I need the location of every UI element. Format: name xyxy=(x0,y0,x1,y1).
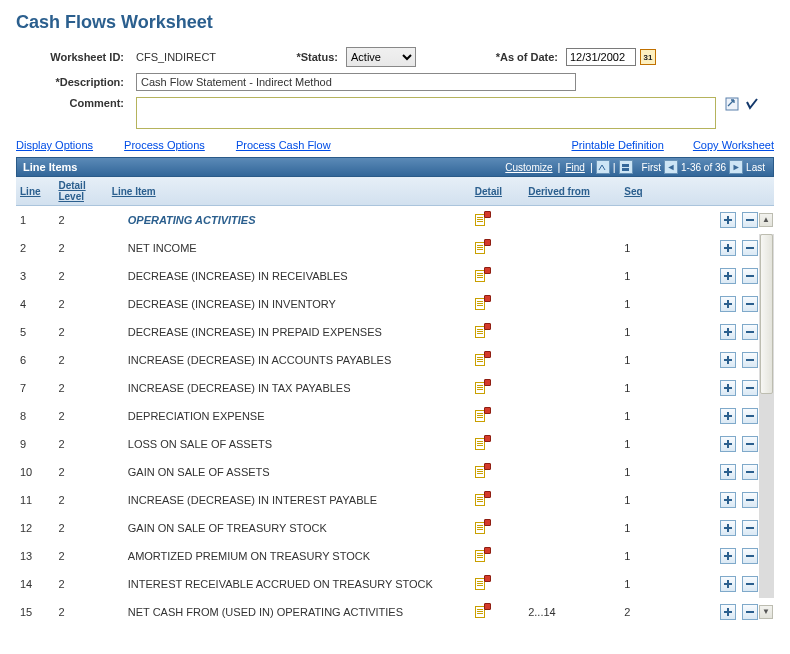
delete-row-button[interactable] xyxy=(742,520,758,536)
description-input[interactable] xyxy=(136,73,576,91)
delete-row-button[interactable] xyxy=(742,324,758,340)
add-row-button[interactable] xyxy=(720,464,736,480)
add-row-button[interactable] xyxy=(720,380,736,396)
delete-row-button[interactable] xyxy=(742,212,758,228)
grid-customize-link[interactable]: Customize xyxy=(505,162,552,173)
cell-line-item: DECREASE (INCREASE) IN RECEIVABLES xyxy=(108,262,471,290)
add-row-button[interactable] xyxy=(720,436,736,452)
cell-line: 7 xyxy=(16,374,54,402)
status-select[interactable]: Active xyxy=(346,47,416,67)
cell-seq: 1 xyxy=(620,402,716,430)
add-row-button[interactable] xyxy=(720,240,736,256)
detail-lookup-icon[interactable] xyxy=(475,548,489,562)
detail-lookup-icon[interactable] xyxy=(475,492,489,506)
cell-detail-level: 2 xyxy=(54,206,107,234)
add-row-button[interactable] xyxy=(720,520,736,536)
add-row-button[interactable] xyxy=(720,352,736,368)
detail-lookup-icon[interactable] xyxy=(475,380,489,394)
delete-row-button[interactable] xyxy=(742,548,758,564)
comment-input[interactable] xyxy=(136,97,716,129)
detail-lookup-icon[interactable] xyxy=(475,352,489,366)
col-header-line[interactable]: Line xyxy=(16,177,54,206)
scroll-down-button[interactable]: ▼ xyxy=(759,605,773,619)
detail-lookup-icon[interactable] xyxy=(475,240,489,254)
add-row-button[interactable] xyxy=(720,576,736,592)
grid-download-icon[interactable] xyxy=(619,160,633,174)
delete-row-button[interactable] xyxy=(742,240,758,256)
add-row-button[interactable] xyxy=(720,324,736,340)
cell-detail xyxy=(471,290,524,318)
display-options-link[interactable]: Display Options xyxy=(16,139,93,151)
cell-detail xyxy=(471,486,524,514)
delete-row-button[interactable] xyxy=(742,464,758,480)
process-cash-flow-link[interactable]: Process Cash Flow xyxy=(236,139,331,151)
cell-seq: 1 xyxy=(620,486,716,514)
add-row-button[interactable] xyxy=(720,548,736,564)
add-row-button[interactable] xyxy=(720,408,736,424)
detail-lookup-icon[interactable] xyxy=(475,408,489,422)
col-header-derived[interactable]: Derived from xyxy=(524,177,620,206)
cell-line-item: DECREASE (INCREASE) IN INVENTORY xyxy=(108,290,471,318)
delete-row-button[interactable] xyxy=(742,604,758,620)
col-header-seq[interactable]: Seq xyxy=(620,177,716,206)
comment-label: Comment: xyxy=(16,97,136,109)
delete-row-button[interactable] xyxy=(742,296,758,312)
cell-line-item: NET CASH FROM (USED IN) OPERATING ACTIVI… xyxy=(108,598,471,626)
grid-view-all-icon[interactable] xyxy=(596,160,610,174)
delete-row-button[interactable] xyxy=(742,380,758,396)
detail-lookup-icon[interactable] xyxy=(475,296,489,310)
table-row: 92LOSS ON SALE OF ASSETS1 xyxy=(16,430,774,458)
grid-find-link[interactable]: Find xyxy=(565,162,584,173)
detail-lookup-icon[interactable] xyxy=(475,268,489,282)
status-label: *Status: xyxy=(286,51,346,63)
detail-lookup-icon[interactable] xyxy=(475,324,489,338)
grid-nav-prev-icon[interactable]: ◄ xyxy=(664,160,678,174)
cell-line: 2 xyxy=(16,234,54,262)
grid-nav-last[interactable]: Last xyxy=(746,162,765,173)
detail-lookup-icon[interactable] xyxy=(475,464,489,478)
cell-seq: 1 xyxy=(620,290,716,318)
grid-nav-next-icon[interactable]: ► xyxy=(729,160,743,174)
delete-row-button[interactable] xyxy=(742,436,758,452)
delete-row-button[interactable] xyxy=(742,268,758,284)
add-row-button[interactable] xyxy=(720,268,736,284)
col-header-line-item[interactable]: Line Item xyxy=(108,177,471,206)
col-header-detail[interactable]: Detail xyxy=(471,177,524,206)
cell-line: 11 xyxy=(16,486,54,514)
cell-detail-level: 2 xyxy=(54,402,107,430)
delete-row-button[interactable] xyxy=(742,576,758,592)
cell-line-item: AMORTIZED PREMIUM ON TREASURY STOCK xyxy=(108,542,471,570)
cell-detail-level: 2 xyxy=(54,318,107,346)
cell-line-item: DEPRECIATION EXPENSE xyxy=(108,402,471,430)
copy-worksheet-link[interactable]: Copy Worksheet xyxy=(693,139,774,151)
spellcheck-icon[interactable] xyxy=(745,101,759,113)
delete-row-button[interactable] xyxy=(742,408,758,424)
grid-range: 1-36 of 36 xyxy=(681,162,726,173)
add-row-button[interactable] xyxy=(720,212,736,228)
detail-lookup-icon[interactable] xyxy=(475,520,489,534)
scroll-thumb[interactable] xyxy=(760,234,773,394)
scroll-track[interactable] xyxy=(759,234,774,598)
detail-lookup-icon[interactable] xyxy=(475,212,489,226)
grid-nav-first[interactable]: First xyxy=(642,162,661,173)
detail-lookup-icon[interactable] xyxy=(475,576,489,590)
col-header-detail-level[interactable]: Detail Level xyxy=(54,177,107,206)
detail-lookup-icon[interactable] xyxy=(475,436,489,450)
detail-lookup-icon[interactable] xyxy=(475,604,489,618)
printable-definition-link[interactable]: Printable Definition xyxy=(571,139,663,151)
add-row-button[interactable] xyxy=(720,604,736,620)
line-items-grid: Line Detail Level Line Item Detail Deriv… xyxy=(16,177,774,626)
delete-row-button[interactable] xyxy=(742,352,758,368)
process-options-link[interactable]: Process Options xyxy=(124,139,205,151)
expand-comment-icon[interactable] xyxy=(725,101,742,113)
as-of-date-input[interactable] xyxy=(566,48,636,66)
cell-detail-level: 2 xyxy=(54,346,107,374)
delete-row-button[interactable] xyxy=(742,492,758,508)
calendar-icon[interactable]: 31 xyxy=(640,49,656,65)
cell-line: 9 xyxy=(16,430,54,458)
cell-line: 8 xyxy=(16,402,54,430)
add-row-button[interactable] xyxy=(720,296,736,312)
scroll-up-button[interactable]: ▲ xyxy=(759,213,773,227)
cell-line: 5 xyxy=(16,318,54,346)
add-row-button[interactable] xyxy=(720,492,736,508)
